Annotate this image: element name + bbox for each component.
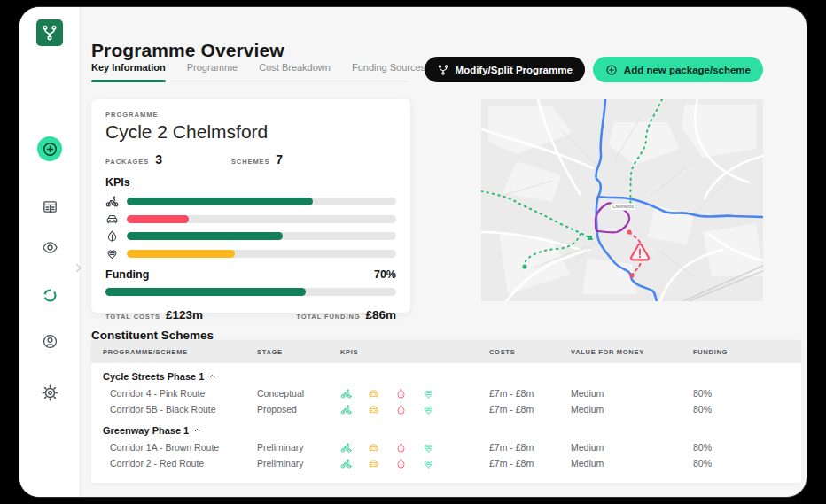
bike-icon-wrap <box>340 404 352 415</box>
kpis-heading: KPIs <box>105 176 396 189</box>
funding-bar-track <box>105 288 396 296</box>
chevron-up-icon <box>208 372 216 380</box>
bike-icon <box>340 442 352 454</box>
map-town-label: Chelmsford <box>611 204 635 211</box>
tab-key-information[interactable]: Key Information <box>91 62 166 81</box>
scheme-name: Corridor 1A - Brown Route <box>91 442 247 453</box>
leaf-icon <box>395 404 407 415</box>
scheme-group-row[interactable]: Cycle Streets Phase 1 <box>91 367 801 385</box>
car-icon <box>368 442 379 454</box>
scheme-costs: £7m - £8m <box>479 388 561 399</box>
heart-health-icon <box>423 442 434 454</box>
sidebar-item-schemes[interactable] <box>35 191 65 221</box>
donut-chart-icon <box>42 287 58 304</box>
app-window: Programme Overview Key InformationProgra… <box>19 7 807 497</box>
leaf-icon-wrap <box>395 388 407 399</box>
kpi-bar-track <box>127 198 396 205</box>
total-funding-label: TOTAL FUNDING <box>296 313 360 321</box>
user-icon <box>42 333 58 350</box>
scheme-stage: Conceptual <box>247 388 331 399</box>
map-canvas: Chelmsford <box>481 99 763 301</box>
scheme-funding: 80% <box>683 442 801 453</box>
tab-funding-sources[interactable]: Funding Sources <box>352 62 425 81</box>
page-title: Programme Overview <box>91 40 284 61</box>
kpi-bar-track <box>127 215 396 223</box>
plus-circle-icon <box>605 64 618 76</box>
heart-health-icon <box>423 458 434 469</box>
scheme-name: Corridor 5B - Black Route <box>91 404 247 415</box>
scheme-funding: 80% <box>683 388 801 399</box>
column-header-costs: COSTS <box>479 348 561 356</box>
route-green-marker <box>588 236 592 240</box>
app-logo[interactable] <box>36 19 63 46</box>
route-red-endpoint <box>629 273 634 277</box>
schemes-label: SCHEMES <box>231 158 269 166</box>
chevron-up-icon <box>193 426 201 434</box>
sidebar <box>19 7 81 497</box>
programme-map[interactable]: Chelmsford <box>481 99 763 301</box>
table-body: Cycle Streets Phase 1 Corridor 4 - Pink … <box>91 367 801 471</box>
funding-row: Funding 70% <box>105 268 396 281</box>
heart-health-icon <box>423 388 434 399</box>
funding-bar-fill <box>105 288 306 296</box>
sidebar-item-account[interactable] <box>35 326 65 356</box>
heart-health-icon-wrap <box>423 442 434 454</box>
scheme-row[interactable]: Corridor 2 - Red Route Preliminary £7m -… <box>91 455 801 471</box>
sidebar-item-settings[interactable] <box>35 377 65 407</box>
svg-text:Chelmsford: Chelmsford <box>612 205 634 209</box>
sidebar-item-charts[interactable] <box>35 280 65 310</box>
total-costs: TOTAL COSTS £123m <box>105 308 203 322</box>
modify-split-label: Modify/Split Programme <box>456 65 573 75</box>
car-icon <box>368 458 379 469</box>
kpi-bar-fill <box>127 198 313 205</box>
route-green-endpoint <box>522 264 526 268</box>
sidebar-expand-handle[interactable] <box>71 260 85 275</box>
heart-health-icon-wrap <box>423 458 434 469</box>
heart-health-icon <box>105 247 119 260</box>
car-icon-wrap <box>368 388 379 399</box>
scheme-row[interactable]: Corridor 4 - Pink Route Conceptual £7m -… <box>91 385 801 401</box>
car-icon-wrap <box>368 404 379 415</box>
scheme-stage: Preliminary <box>247 442 331 453</box>
bike-icon-wrap <box>340 458 352 469</box>
scheme-name: Corridor 4 - Pink Route <box>91 388 247 399</box>
add-package-scheme-button[interactable]: Add new package/scheme <box>593 57 763 82</box>
branch-logo-icon <box>41 24 58 42</box>
car-icon <box>368 388 379 399</box>
leaf-icon-wrap <box>395 404 407 415</box>
scheme-costs: £7m - £8m <box>479 404 561 415</box>
scheme-kpis <box>331 442 479 454</box>
schemes-stat: SCHEMES 7 <box>231 152 283 167</box>
group-name: Greenway Phase 1 <box>91 425 247 436</box>
header-actions: Modify/Split Programme Add new package/s… <box>425 57 763 82</box>
scheme-name: Corridor 2 - Red Route <box>91 458 247 469</box>
scheme-kpis <box>331 404 479 415</box>
packages-value: 3 <box>155 152 162 167</box>
scheme-row[interactable]: Corridor 5B - Black Route Proposed £7m -… <box>91 401 801 417</box>
sidebar-item-add[interactable] <box>37 136 62 161</box>
scheme-value-for-money: Medium <box>561 442 683 453</box>
kpi-bar-row <box>105 247 396 260</box>
route-red-start <box>627 229 631 234</box>
leaf-icon <box>395 458 407 469</box>
programme-card: PROGRAMME Cycle 2 Chelmsford PACKAGES 3 … <box>91 99 410 313</box>
scheme-value-for-money: Medium <box>561 458 683 469</box>
scheme-row[interactable]: Corridor 1A - Brown Route Preliminary £7… <box>91 439 801 455</box>
tab-cost-breakdown[interactable]: Cost Breakdown <box>259 62 331 81</box>
car-icon <box>368 404 379 415</box>
packages-stat: PACKAGES 3 <box>105 152 162 167</box>
column-header-value-for-money: VALUE FOR MONEY <box>561 348 683 356</box>
tab-programme[interactable]: Programme <box>187 62 238 81</box>
column-header-stage: STAGE <box>247 348 331 356</box>
total-funding: TOTAL FUNDING £86m <box>296 308 396 322</box>
car-icon-wrap <box>368 458 379 469</box>
scheme-group-row[interactable]: Greenway Phase 1 <box>91 421 801 439</box>
programme-eyebrow: PROGRAMME <box>105 111 396 119</box>
leaf-icon-wrap <box>395 442 407 454</box>
scheme-stage: Preliminary <box>247 458 331 469</box>
table-icon <box>42 198 58 215</box>
sidebar-item-view[interactable] <box>35 232 65 262</box>
leaf-icon-wrap <box>395 458 407 469</box>
modify-split-programme-button[interactable]: Modify/Split Programme <box>425 57 585 82</box>
plus-circle-icon <box>42 141 58 158</box>
